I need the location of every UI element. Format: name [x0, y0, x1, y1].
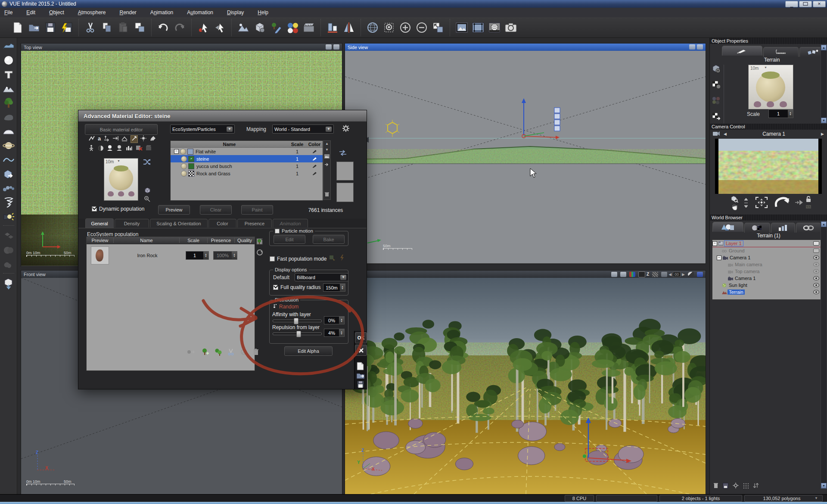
- render-preview-icon[interactable]: [488, 21, 501, 34]
- camera-elevation-icon[interactable]: [743, 198, 749, 209]
- object-color-options-icon[interactable]: [712, 96, 721, 106]
- prev-camera-icon[interactable]: ◀: [724, 132, 727, 136]
- camera-play-icon[interactable]: [794, 199, 803, 207]
- affinity-spinner[interactable]: 0%▲▼: [324, 316, 345, 324]
- visibility-eye-icon[interactable]: [813, 255, 819, 260]
- polygon-count-dropdown[interactable]: 130,052 polygons ▼: [744, 495, 823, 502]
- tab-world-statistics[interactable]: [771, 223, 795, 233]
- world-browser-header[interactable]: World Browser: [710, 215, 827, 221]
- add-water-icon[interactable]: [3, 40, 15, 52]
- histogram-icon[interactable]: [126, 145, 133, 152]
- bucket-fill-icon[interactable]: [149, 135, 156, 143]
- menu-object[interactable]: Object: [45, 9, 74, 16]
- bust-alt-icon[interactable]: [116, 145, 123, 152]
- camera-pan-hand-icon[interactable]: [731, 203, 738, 212]
- quick-save-icon[interactable]: [60, 21, 73, 34]
- collapse-icon[interactable]: −: [174, 149, 179, 154]
- default-display-dropdown[interactable]: Billboard▼: [295, 273, 348, 281]
- menu-edit[interactable]: Edit: [22, 9, 45, 16]
- half-sphere-icon[interactable]: [97, 145, 104, 152]
- tree-row-terrain[interactable]: Terrain: [712, 289, 821, 296]
- frame-back-icon[interactable]: ◀: [668, 272, 672, 277]
- dialog-title-bar[interactable]: Advanced Material Editor: steine: [78, 110, 367, 121]
- tab-color[interactable]: Color: [208, 219, 236, 227]
- visibility-eye-icon[interactable]: [813, 283, 819, 287]
- mapping-dropdown[interactable]: World - Standard▼: [272, 124, 334, 134]
- drop-object-icon[interactable]: [326, 21, 339, 34]
- add-curve-icon[interactable]: [3, 154, 15, 165]
- visibility-eye-icon[interactable]: [813, 241, 819, 246]
- save-object-icon[interactable]: [723, 483, 728, 490]
- edit-alpha-button[interactable]: Edit Alpha: [284, 346, 333, 356]
- tree-row-sun-light[interactable]: Sun light: [712, 282, 821, 289]
- z-depth-icon[interactable]: Z: [647, 272, 649, 277]
- randomize-preview-icon[interactable]: [143, 159, 151, 167]
- particle-edit-button[interactable]: Edit: [274, 235, 305, 244]
- disable-item-icon[interactable]: [240, 348, 247, 357]
- refresh-gear-icon[interactable]: [733, 482, 739, 490]
- lock-icon[interactable]: [813, 249, 819, 253]
- layer-export-icon[interactable]: [324, 162, 330, 168]
- tree-row-layer1[interactable]: − Layer 1: [712, 240, 821, 247]
- display-grid-icon[interactable]: [743, 483, 749, 490]
- viewport-side[interactable]: Side view: [345, 43, 706, 264]
- layer-up-icon[interactable]: ▲: [325, 142, 329, 146]
- replace-item-icon[interactable]: [187, 349, 196, 356]
- tab-world-objects[interactable]: [712, 222, 743, 232]
- add-plant-icon[interactable]: [3, 97, 15, 109]
- render-icon[interactable]: [455, 21, 468, 34]
- visibility-eye-icon[interactable]: [813, 269, 819, 274]
- menu-file[interactable]: File: [0, 9, 22, 16]
- maximize-button[interactable]: [799, 1, 812, 7]
- next-camera-icon[interactable]: ▶: [821, 132, 824, 136]
- reorder-arrows-icon[interactable]: [753, 483, 759, 489]
- clear-button[interactable]: Clear: [200, 205, 232, 215]
- delete-anim-icon[interactable]: [136, 145, 143, 152]
- edit-color-icon[interactable]: [306, 171, 323, 176]
- alpha-text-icon[interactable]: a: [98, 135, 101, 143]
- scroll-down-icon[interactable]: ▼: [821, 118, 827, 123]
- repulsion-slider[interactable]: [273, 333, 322, 335]
- full-quality-radius-checkbox[interactable]: Full quality radius: [273, 284, 320, 290]
- clamp-icon[interactable]: [121, 135, 128, 143]
- delete-object-icon[interactable]: [713, 482, 718, 490]
- world-browser-scrollbar[interactable]: ▲ ▼: [821, 221, 827, 489]
- population-row-iron-rock[interactable]: Iron Rock 1▲▼ 100%▲▼: [87, 244, 255, 267]
- paste-icon[interactable]: [117, 21, 130, 34]
- add-rock-icon[interactable]: [3, 112, 15, 123]
- new-material-icon[interactable]: [357, 362, 364, 372]
- edit-color-icon[interactable]: [306, 164, 323, 169]
- menu-display[interactable]: Display: [223, 9, 253, 16]
- duplicate-icon[interactable]: [133, 21, 146, 34]
- viewport-perspective[interactable]: view Z ◀ 00 ▶: [345, 270, 706, 495]
- dynamic-population-checkbox[interactable]: Dynamic population: [92, 206, 144, 212]
- particle-bake-button[interactable]: Bake: [313, 235, 345, 244]
- viewport-display-mode-icon[interactable]: [326, 44, 332, 50]
- display-globe-icon[interactable]: [366, 21, 379, 34]
- fast-population-checkbox[interactable]: Fast population mode: [270, 256, 326, 262]
- fast-pop-export-icon[interactable]: [329, 255, 336, 262]
- layer-image-icon[interactable]: [324, 154, 330, 160]
- tab-world-materials[interactable]: [744, 223, 770, 233]
- tab-object-numerics[interactable]: [763, 47, 799, 57]
- layer-down-icon[interactable]: ▼: [325, 148, 329, 152]
- select-animate-icon[interactable]: [213, 21, 226, 34]
- preview-zoom-icon[interactable]: [144, 196, 151, 204]
- camera-snapshot-icon[interactable]: [504, 21, 517, 34]
- reload-plant-icon[interactable]: [256, 249, 263, 257]
- edit-color-icon[interactable]: [306, 149, 323, 154]
- clapper-z-icon[interactable]: [146, 145, 152, 152]
- viewport-display-mode-icon[interactable]: [689, 44, 695, 50]
- add-terrain-icon[interactable]: [3, 83, 15, 94]
- viewport-side-header[interactable]: Side view: [345, 44, 706, 51]
- scroll-down-icon[interactable]: ▼: [821, 483, 827, 488]
- material-preview[interactable]: 10m ▼: [104, 158, 138, 201]
- bust-icon[interactable]: [107, 145, 113, 152]
- camera-settings-icon[interactable]: [712, 131, 720, 137]
- boolean-objects-icon[interactable]: [3, 245, 15, 256]
- save-material-icon[interactable]: [357, 380, 364, 389]
- animation-setup-icon[interactable]: [302, 21, 315, 34]
- camera-frame-icon[interactable]: [755, 196, 768, 210]
- walk-figure-icon[interactable]: [89, 145, 94, 152]
- mirror-object-icon[interactable]: [342, 21, 355, 34]
